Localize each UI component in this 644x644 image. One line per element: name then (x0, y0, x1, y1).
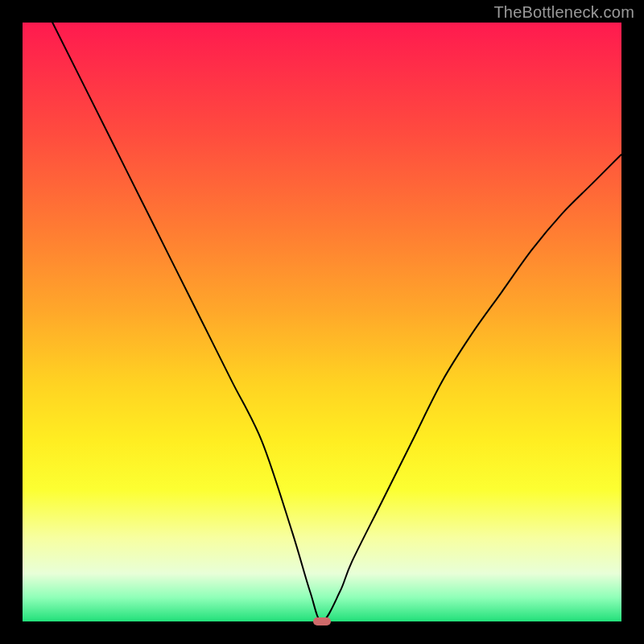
bottleneck-curve (23, 0, 621, 621)
curve-svg (23, 23, 621, 621)
watermark-text: TheBottleneck.com (493, 3, 634, 22)
plot-area (23, 23, 621, 621)
chart-frame: TheBottleneck.com (0, 0, 644, 644)
optimum-marker (313, 617, 331, 625)
